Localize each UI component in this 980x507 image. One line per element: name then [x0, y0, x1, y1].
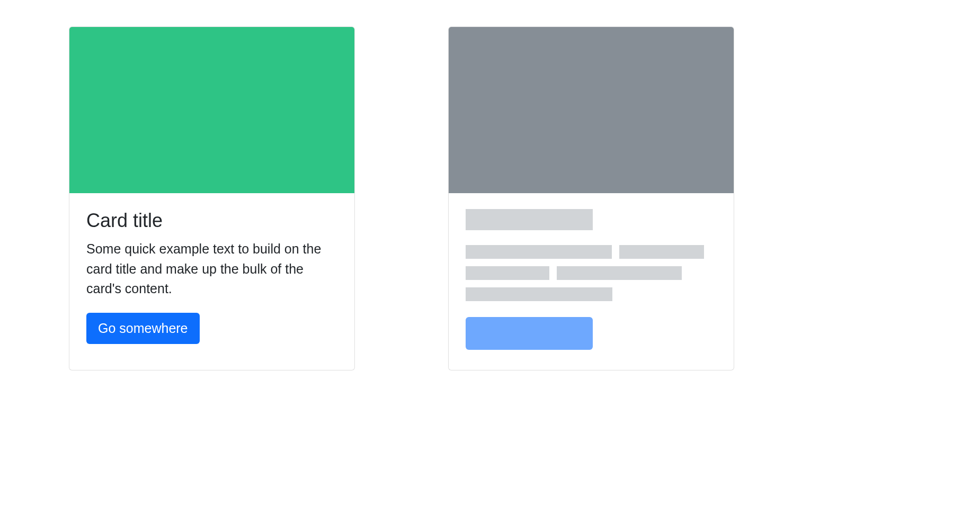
card: Card title Some quick example text to bu… [69, 26, 355, 370]
placeholder-button [466, 317, 593, 350]
placeholder-bar [466, 209, 593, 230]
card-title: Card title [86, 209, 337, 232]
card-placeholder [448, 26, 734, 370]
placeholder-title [466, 209, 717, 230]
placeholder-bar [619, 245, 704, 259]
card-image-cap-placeholder [449, 27, 734, 193]
placeholder-bar [466, 245, 612, 259]
placeholder-bar [466, 287, 612, 301]
card-body-placeholder [449, 193, 734, 370]
placeholder-bar [466, 266, 549, 280]
card-body: Card title Some quick example text to bu… [69, 193, 354, 362]
go-somewhere-button[interactable]: Go somewhere [86, 313, 200, 345]
card-image-cap [69, 27, 354, 193]
placeholder-text [466, 245, 717, 301]
placeholder-bar [557, 266, 682, 280]
card-text: Some quick example text to build on the … [86, 239, 337, 299]
